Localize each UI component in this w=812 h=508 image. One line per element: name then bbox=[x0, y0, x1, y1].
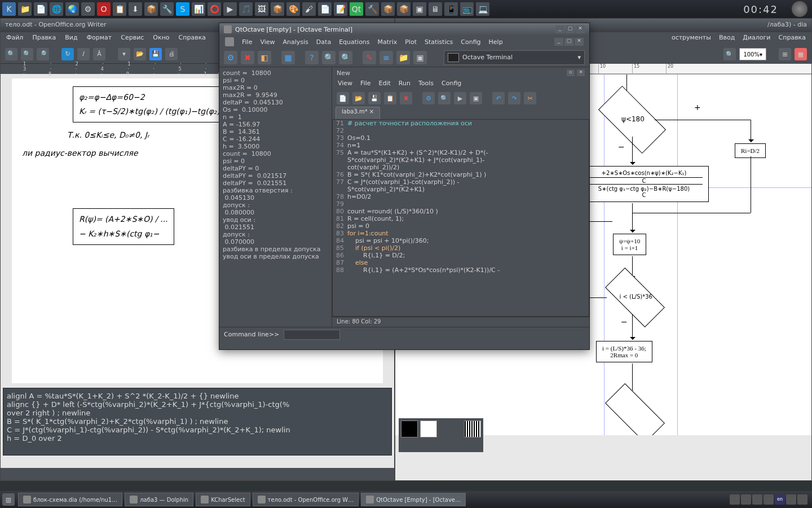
process-node[interactable]: ψ=ψ+10 i = i+1 bbox=[613, 234, 646, 255]
snap-icon[interactable]: ▦ bbox=[795, 48, 807, 60]
taskbar-entry[interactable]: лаба3 — Dolphin bbox=[125, 493, 193, 506]
menu-dialogs[interactable]: Диалоги bbox=[743, 34, 770, 43]
tab-close-icon[interactable]: × bbox=[369, 108, 374, 115]
app-icon[interactable]: ▶ bbox=[223, 2, 237, 16]
new-icon[interactable]: 📄 bbox=[337, 92, 349, 104]
volume-icon[interactable] bbox=[786, 494, 796, 505]
redo-icon[interactable]: ↷ bbox=[508, 92, 520, 104]
undo-icon[interactable]: ↶ bbox=[492, 92, 505, 104]
opera-icon[interactable]: O bbox=[97, 2, 111, 16]
close-button[interactable]: ✕ bbox=[577, 69, 585, 76]
terminal-icon[interactable]: ▣ bbox=[470, 92, 482, 104]
writer-formula-editor[interactable]: alignl A = %tau*S*(K_1+K_2) + S^2 *(K_2-… bbox=[3, 388, 392, 456]
color-swatch[interactable] bbox=[420, 421, 437, 437]
menu-help[interactable]: Справка bbox=[179, 34, 206, 43]
menu-tools[interactable]: Сервис bbox=[121, 34, 144, 43]
menu-edit[interactable]: Edit bbox=[379, 80, 391, 89]
app-icon[interactable]: 🔧 bbox=[160, 2, 174, 16]
app-icon[interactable]: 🎵 bbox=[239, 2, 253, 16]
app-icon[interactable]: 📦 bbox=[271, 2, 284, 16]
globe-icon[interactable]: 🌐 bbox=[50, 2, 63, 16]
tray-icon[interactable] bbox=[741, 494, 751, 505]
menu-view[interactable]: Вид bbox=[65, 34, 77, 43]
app-icon[interactable]: 📄 bbox=[34, 2, 47, 16]
taskbar-entry[interactable]: KCharSelect bbox=[196, 493, 250, 506]
clock[interactable]: 00:42 bbox=[734, 3, 787, 15]
menu-file[interactable]: File bbox=[360, 80, 370, 89]
run-icon[interactable]: ⚙ bbox=[422, 92, 435, 104]
qt-icon[interactable]: Qt bbox=[350, 2, 363, 16]
menu-config[interactable]: Config bbox=[442, 80, 461, 89]
vbox-icon[interactable]: ▣ bbox=[413, 2, 426, 16]
app-icon[interactable]: 📋 bbox=[113, 2, 126, 16]
saveall-icon[interactable]: 📋 bbox=[384, 92, 396, 104]
minimize-button[interactable]: _ bbox=[555, 25, 564, 33]
menu-statistics[interactable]: Statistics bbox=[425, 38, 453, 46]
app-icon[interactable]: 🖥 bbox=[429, 2, 442, 16]
open-icon[interactable]: 📂 bbox=[352, 92, 365, 104]
app-icon[interactable]: 📦 bbox=[381, 2, 395, 16]
app-icon[interactable]: ⭕ bbox=[208, 2, 221, 16]
menu-format[interactable]: Формат bbox=[87, 34, 112, 43]
app-icon[interactable]: 📱 bbox=[444, 2, 458, 16]
zoom-icon[interactable]: 🔍 bbox=[21, 48, 33, 60]
app-icon[interactable]: 💻 bbox=[476, 2, 489, 16]
maximize-button[interactable]: ▢ bbox=[566, 25, 575, 33]
detach-button[interactable]: ▫ bbox=[567, 69, 575, 76]
menu-equations[interactable]: Equations bbox=[339, 38, 369, 46]
pencil-icon[interactable]: ✎ bbox=[363, 51, 376, 64]
app-icon[interactable]: 📄 bbox=[318, 2, 332, 16]
app-icon[interactable]: 🌏 bbox=[65, 2, 79, 16]
menu-run[interactable]: Run bbox=[399, 80, 411, 89]
table-icon[interactable]: ▦ bbox=[281, 51, 295, 64]
forward-icon[interactable]: ▶ bbox=[454, 92, 466, 104]
close-button[interactable]: ✕ bbox=[575, 38, 584, 46]
menu-tools[interactable]: острументы bbox=[672, 34, 711, 43]
search-icon[interactable]: 🔍 bbox=[322, 51, 336, 64]
kde-plasma-icon[interactable] bbox=[792, 1, 807, 17]
qtoctave-titlebar[interactable]: QtOctave [Empty] - [Octave Terminal] _ ▢… bbox=[219, 23, 589, 36]
app-icon[interactable]: 📦 bbox=[144, 2, 158, 16]
maximize-button[interactable]: ▢ bbox=[564, 38, 573, 46]
kmenu-icon[interactable]: K bbox=[2, 2, 16, 16]
app-icon[interactable]: 🖼 bbox=[255, 2, 268, 16]
eraser-icon[interactable]: ◧ bbox=[258, 51, 271, 64]
menu-matrix[interactable]: Matrix bbox=[378, 38, 398, 46]
terminal-icon[interactable]: ▣ bbox=[413, 51, 427, 64]
zoom-icon[interactable]: 🔎 bbox=[37, 48, 49, 60]
menu-input[interactable]: Ввод bbox=[719, 34, 735, 43]
menu-file[interactable]: Файл bbox=[6, 34, 23, 43]
minimize-button[interactable]: _ bbox=[554, 38, 563, 46]
cmdline-input[interactable] bbox=[284, 330, 340, 340]
search-icon[interactable]: 🔍 bbox=[438, 92, 451, 104]
open-icon[interactable]: 📂 bbox=[134, 48, 146, 60]
app-icon[interactable]: 📺 bbox=[460, 2, 474, 16]
cursor-icon[interactable]: 𝐼 bbox=[77, 48, 90, 60]
gimp-icon[interactable]: 🎨 bbox=[286, 2, 300, 16]
app-icon[interactable]: 📦 bbox=[397, 2, 411, 16]
menu-file[interactable]: File bbox=[242, 38, 252, 46]
zoom-icon[interactable]: 🔍 bbox=[339, 51, 352, 64]
tray-icon[interactable] bbox=[752, 494, 762, 505]
help-icon[interactable]: ? bbox=[305, 51, 319, 64]
save-icon[interactable]: 💾 bbox=[368, 92, 381, 104]
taskbar-entry[interactable]: QtOctave [Empty] - [Octave… bbox=[361, 493, 466, 506]
new-icon[interactable]: ▾ bbox=[118, 48, 130, 60]
zoom-combo[interactable]: 100% ▾ bbox=[739, 48, 766, 60]
gear-icon[interactable]: ⚙ bbox=[224, 51, 237, 64]
menu-plot[interactable]: Plot bbox=[405, 38, 417, 46]
menu-view[interactable]: View bbox=[260, 38, 275, 46]
close-button[interactable]: ✕ bbox=[576, 25, 585, 33]
tray-icon[interactable] bbox=[797, 494, 807, 505]
menu-analysis[interactable]: Analysis bbox=[283, 38, 308, 46]
tray-icon[interactable] bbox=[730, 494, 740, 505]
taskbar-entry[interactable]: тело.odt - OpenOffice.org W… bbox=[253, 493, 359, 506]
spellcheck-icon[interactable]: Ǎ bbox=[93, 48, 105, 60]
list-icon[interactable]: ≡ bbox=[379, 51, 393, 64]
app-icon[interactable]: 🖌 bbox=[302, 2, 316, 16]
process-node[interactable]: i = (L/S)*36 - 36; 2Rmax = 0 bbox=[596, 341, 652, 362]
menu-data[interactable]: Data bbox=[316, 38, 331, 46]
menu-tools[interactable]: Tools bbox=[418, 80, 434, 89]
print-icon[interactable]: 🖨 bbox=[165, 48, 178, 60]
download-icon[interactable]: ⬇ bbox=[129, 2, 142, 16]
